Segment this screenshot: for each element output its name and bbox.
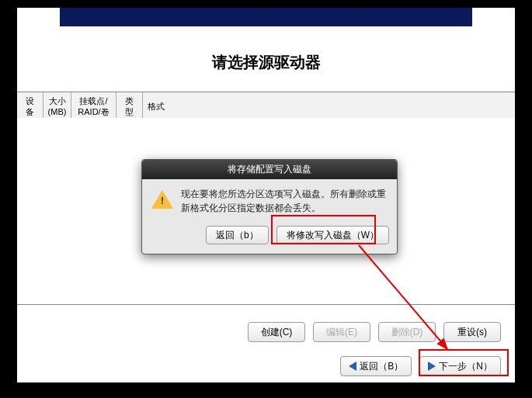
edit-button: 编辑(E) <box>313 322 370 342</box>
reset-button[interactable]: 重设(s) <box>443 322 501 342</box>
confirm-dialog: 将存储配置写入磁盘 现在要将您所选分区选项写入磁盘。所有删除或重新格式化分区指定… <box>141 159 398 254</box>
col-mount[interactable]: 挂载点/ RAID/卷 <box>71 92 116 120</box>
dialog-message: 现在要将您所选分区选项写入磁盘。所有删除或重新格式化分区指定数据都会丢失。 <box>181 187 388 215</box>
back-label: 返回（B） <box>360 360 403 373</box>
col-device[interactable]: 设备 <box>17 92 43 120</box>
next-button[interactable]: 下一步（N） <box>419 356 501 376</box>
dialog-buttons: 返回（b） 将修改写入磁盘（W） <box>142 221 397 254</box>
arrow-right-icon <box>428 362 436 371</box>
dialog-back-button[interactable]: 返回（b） <box>206 226 269 244</box>
col-format[interactable]: 格式 <box>143 92 169 120</box>
warning-icon <box>151 190 173 209</box>
col-size[interactable]: 大小 (MB) <box>43 92 71 120</box>
main-panel: 请选择源驱动器 设备 大小 (MB) 挂载点/ RAID/卷 类型 格式 创建(… <box>17 8 515 382</box>
footer-nav: 返回（B） 下一步（N） <box>17 356 515 376</box>
dialog-title: 将存储配置写入磁盘 <box>142 160 397 179</box>
delete-button: 删除(D) <box>378 322 436 342</box>
col-type[interactable]: 类型 <box>116 92 143 120</box>
create-button[interactable]: 创建(C) <box>248 322 305 342</box>
next-label: 下一步（N） <box>439 360 492 373</box>
dialog-write-button[interactable]: 将修改写入磁盘（W） <box>276 226 389 244</box>
dialog-body: 现在要将您所选分区选项写入磁盘。所有删除或重新格式化分区指定数据都会丢失。 <box>142 179 397 221</box>
arrow-left-icon <box>349 362 356 371</box>
title-area: 请选择源驱动器 <box>17 39 515 85</box>
footer-buttons: 创建(C) 编辑(E) 删除(D) 重设(s) <box>17 322 515 342</box>
back-button[interactable]: 返回（B） <box>340 356 412 376</box>
table-header: 设备 大小 (MB) 挂载点/ RAID/卷 类型 格式 <box>17 92 515 121</box>
top-banner <box>60 8 472 26</box>
page-title: 请选择源驱动器 <box>212 52 321 73</box>
